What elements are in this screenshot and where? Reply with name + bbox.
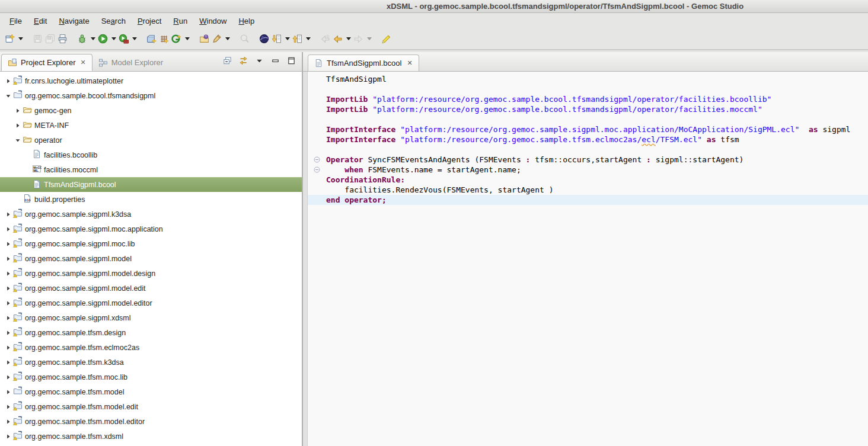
expand-arrow-icon[interactable] [5, 374, 11, 380]
new-gemoc-language-dropdown-arrow-icon[interactable] [185, 37, 190, 40]
tree-item[interactable]: org.gemoc.sample.bcool.tfsmandsigpml [0, 88, 302, 103]
tree-item[interactable]: fr.cnrs.luchogie.ultimateplotter [0, 73, 302, 88]
code-line[interactable] [308, 114, 868, 124]
code-line[interactable]: end operator; [308, 195, 868, 205]
view-menu-button[interactable] [255, 56, 264, 68]
expand-arrow-icon[interactable] [5, 434, 11, 439]
close-icon[interactable]: ✕ [80, 59, 85, 66]
debug-button[interactable] [76, 32, 88, 46]
expand-arrow-icon[interactable] [5, 389, 11, 395]
menu-window[interactable]: Window [194, 15, 231, 27]
fold-gutter[interactable] [308, 155, 326, 165]
back-dropdown-arrow-icon[interactable] [346, 37, 351, 40]
maximize-button[interactable] [287, 56, 296, 68]
print-button[interactable] [56, 32, 69, 46]
code-line[interactable]: facilities.RendezVous(FSMEvents, startAg… [308, 185, 868, 195]
expand-arrow-icon[interactable] [5, 300, 11, 306]
tree-item[interactable]: org.gemoc.sample.sigpml.model.design [0, 266, 302, 281]
minimize-button[interactable] [271, 56, 280, 68]
expand-arrow-icon[interactable] [5, 315, 11, 321]
close-icon[interactable]: ✕ [407, 59, 412, 67]
expand-arrow-icon[interactable] [5, 345, 11, 351]
run-external-tools-dropdown-arrow-icon[interactable] [132, 37, 137, 40]
mark-element-dropdown-arrow-icon[interactable] [225, 37, 230, 40]
new-button[interactable] [4, 32, 16, 46]
next-annotation-button[interactable] [270, 32, 283, 46]
tab-model-explorer[interactable]: Model Explorer [92, 54, 169, 71]
tree-item[interactable]: org.gemoc.sample.tfsm.model.editor [0, 414, 302, 429]
tree-item[interactable]: org.gemoc.sample.sigpml.model [0, 251, 302, 266]
code-line[interactable]: ImportLib "platform:/resource/org.gemoc.… [308, 104, 868, 114]
tree-item[interactable]: org.gemoc.sample.sigpml.moc.lib [0, 236, 302, 251]
menu-project[interactable]: Project [133, 15, 166, 27]
menu-navigate[interactable]: Navigate [54, 15, 94, 27]
tree-item[interactable]: org.gemoc.sample.tfsm.xdsml [0, 429, 302, 444]
code-line[interactable] [308, 145, 868, 155]
code-line[interactable]: ImportInterface "platform:/resource/org.… [308, 124, 868, 134]
expand-arrow-icon[interactable] [5, 360, 11, 365]
expand-arrow-icon[interactable] [15, 108, 21, 114]
run-button[interactable] [97, 32, 109, 46]
new-modeling-project-button[interactable] [158, 32, 170, 46]
code-line[interactable] [308, 84, 868, 94]
menu-search[interactable]: Search [97, 15, 130, 27]
tree-item[interactable]: org.gemoc.sample.tfsm.model [0, 384, 302, 399]
expand-arrow-icon[interactable] [5, 226, 11, 232]
tree-item[interactable]: 010build.properties [0, 192, 302, 207]
tree-item[interactable]: org.gemoc.sample.tfsm.moc.lib [0, 370, 302, 384]
tree-item[interactable]: org.gemoc.sample.tfsm.k3dsa [0, 355, 302, 370]
tree-item[interactable]: org.gemoc.sample.sigpml.xdsml [0, 310, 302, 325]
collapse-arrow-icon[interactable] [5, 93, 11, 99]
code-line[interactable]: ImportInterface "platform:/resource/org.… [308, 134, 868, 145]
collapse-all-button[interactable] [223, 56, 232, 68]
expand-arrow-icon[interactable] [5, 241, 11, 247]
tree-item[interactable]: org.gemoc.sample.sigpml.model.editor [0, 296, 302, 310]
fold-collapse-icon[interactable] [313, 156, 321, 163]
code-editor[interactable]: TfsmAndSigpmlImportLib "platform:/resour… [308, 72, 868, 446]
run-external-tools-button[interactable] [117, 32, 130, 46]
previous-annotation-dropdown-arrow-icon[interactable] [306, 37, 311, 40]
tree-item[interactable]: META-INF [0, 118, 302, 133]
expand-arrow-icon[interactable] [5, 330, 11, 336]
tree-item[interactable]: facilities.bcoollib [0, 147, 302, 162]
annotation-ruler[interactable] [303, 72, 308, 446]
open-project-button[interactable] [198, 32, 210, 46]
previous-annotation-button[interactable] [291, 32, 304, 46]
editor-tab-tfsmandsigpml[interactable]: TfsmAndSigpml.bcool✕ [308, 54, 419, 71]
mark-element-button[interactable] [210, 32, 223, 46]
next-annotation-dropdown-arrow-icon[interactable] [285, 37, 290, 40]
menu-edit[interactable]: Edit [29, 15, 52, 27]
open-web-browser-button[interactable] [258, 32, 270, 46]
code-line[interactable]: Operator SyncFSMEventsAndAgents (FSMEven… [308, 155, 868, 165]
tree-item[interactable]: org.gemoc.sample.sigpml.k3dsa [0, 207, 302, 222]
code-line[interactable]: TfsmAndSigpml [308, 74, 868, 84]
link-with-editor-button[interactable] [239, 56, 248, 68]
menu-file[interactable]: File [5, 15, 27, 27]
back-button[interactable] [331, 32, 344, 46]
code-line[interactable]: CoordinationRule: [308, 175, 868, 185]
new-gemoc-language-button[interactable] [170, 32, 183, 46]
tree-item[interactable]: MoCCMLfacilities.moccml [0, 162, 302, 177]
tree-item[interactable]: org.gemoc.sample.tfsm.eclmoc2as [0, 340, 302, 355]
toggle-highlight-button[interactable] [380, 32, 392, 46]
collapse-arrow-icon[interactable] [15, 137, 21, 143]
expand-arrow-icon[interactable] [5, 211, 11, 217]
expand-arrow-icon[interactable] [5, 78, 11, 84]
run-dropdown-arrow-icon[interactable] [111, 37, 116, 40]
new-dropdown-arrow-icon[interactable] [18, 37, 23, 40]
fold-collapse-icon[interactable] [313, 166, 321, 174]
menu-run[interactable]: Run [168, 15, 192, 27]
expand-arrow-icon[interactable] [15, 123, 21, 129]
expand-arrow-icon[interactable] [5, 285, 11, 291]
debug-dropdown-arrow-icon[interactable] [91, 37, 95, 40]
tree-item[interactable]: org.gemoc.sample.tfsm.model.edit [0, 399, 302, 414]
tree-item[interactable]: org.gemoc.sample.sigpml.moc.application [0, 222, 302, 236]
code-line[interactable]: ImportLib "platform:/resource/org.gemoc.… [308, 94, 868, 104]
tab-project-explorer[interactable]: Project Explorer✕ [1, 54, 92, 71]
tree-item[interactable]: TfsmAndSigpml.bcool [0, 177, 302, 192]
tree-item[interactable]: org.gemoc.sample.tfsm.design [0, 325, 302, 340]
fold-gutter[interactable] [308, 165, 326, 175]
expand-arrow-icon[interactable] [5, 256, 11, 262]
tree-item[interactable]: operator [0, 133, 302, 147]
expand-arrow-icon[interactable] [5, 419, 11, 425]
